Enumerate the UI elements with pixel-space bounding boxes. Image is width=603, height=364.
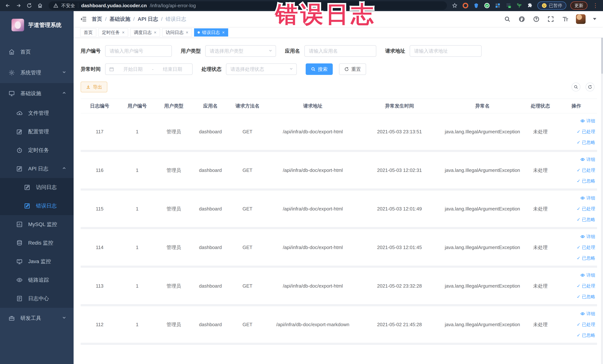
action-ignored[interactable]: ✓已忽略: [577, 255, 595, 261]
github-icon[interactable]: [518, 15, 525, 23]
extension-shield-icon[interactable]: [473, 2, 480, 9]
action-processed[interactable]: ✓已处理: [577, 167, 595, 173]
action-detail[interactable]: 详细: [580, 156, 595, 163]
app-logo[interactable]: 芋道管理系统: [0, 11, 74, 39]
profile-paused-badge[interactable]: 已暂停: [537, 1, 566, 10]
export-label: 导出: [93, 84, 102, 90]
reset-button[interactable]: 重置: [339, 63, 366, 75]
action-ignored[interactable]: ✓已忽略: [577, 178, 595, 184]
process-status-select[interactable]: [226, 63, 297, 75]
check-icon: ✓: [577, 140, 580, 145]
sidebar-item-config-manage[interactable]: 配置管理: [0, 122, 74, 141]
chevron-up-icon: [62, 91, 67, 97]
filter-user-type: 用户类型: [181, 45, 276, 57]
action-processed[interactable]: ✓已处理: [577, 206, 595, 212]
home-icon[interactable]: [36, 1, 44, 10]
action-processed[interactable]: ✓已处理: [577, 244, 595, 250]
action-detail[interactable]: 详细: [580, 272, 595, 278]
action-label: 已忽略: [582, 255, 595, 261]
user-type-select[interactable]: [205, 45, 276, 57]
action-detail[interactable]: 详细: [580, 311, 595, 317]
action-processed[interactable]: ✓已处理: [577, 283, 595, 289]
security-label: 不安全: [61, 3, 75, 9]
filter-row-1: 用户编号 用户类型 应用名 请求: [81, 45, 597, 57]
row-divider: [81, 188, 597, 190]
sidebar-item-infra[interactable]: 基础设施: [0, 83, 74, 104]
breadcrumb-item[interactable]: API 日志: [138, 16, 158, 23]
app-name-input[interactable]: [304, 45, 376, 57]
sidebar-item-log-center[interactable]: 日志中心: [0, 289, 74, 308]
search-icon[interactable]: [504, 15, 511, 23]
close-icon[interactable]: ×: [122, 30, 125, 35]
cell-user-id: 1: [119, 229, 156, 266]
action-ignored[interactable]: ✓已忽略: [577, 332, 595, 338]
sidebar-item-access-log[interactable]: 访问日志: [0, 178, 74, 197]
action-detail[interactable]: 详细: [580, 118, 595, 124]
reload-icon[interactable]: [25, 1, 33, 10]
action-detail[interactable]: 详细: [580, 195, 595, 201]
sidebar-item-error-log[interactable]: 错误日志: [0, 197, 74, 215]
font-size-icon[interactable]: [561, 15, 569, 23]
address-bar[interactable]: 不安全 dashboard.yudao.iocoder.cn/infra/log…: [48, 1, 447, 10]
extensions-puzzle-icon[interactable]: [527, 2, 533, 9]
extension-orange-icon[interactable]: [462, 2, 469, 9]
sidebar-item-file-manage[interactable]: 文件管理: [0, 104, 74, 122]
sidebar-item-redis-monitor[interactable]: Redis 监控: [0, 234, 74, 252]
check-icon: ✓: [577, 256, 580, 261]
tab-schedule-log[interactable]: 调度日志 ×: [130, 28, 160, 36]
chevron-down-icon[interactable]: [593, 18, 596, 20]
tab-cron-job[interactable]: 定时任务 ×: [98, 28, 128, 36]
request-url-input[interactable]: [410, 45, 482, 57]
cell-request-url: /api/infra/db-doc/export-html: [266, 190, 359, 227]
sidebar-item-api-log[interactable]: API 日志: [0, 159, 74, 178]
search-button[interactable]: 搜索: [306, 63, 333, 75]
fullscreen-icon[interactable]: [547, 15, 555, 23]
sidebar-item-home[interactable]: 首页: [0, 42, 74, 62]
breadcrumb-item[interactable]: 首页: [92, 16, 102, 23]
user-id-input[interactable]: [105, 45, 172, 57]
sidebar-item-mysql-monitor[interactable]: MySQL 监控: [0, 215, 74, 234]
sidebar-item-dev-tools[interactable]: 研发工具: [0, 308, 74, 329]
action-ignored[interactable]: ✓已忽略: [577, 294, 595, 300]
bookmark-star-icon[interactable]: [451, 2, 458, 9]
breadcrumb-separator: /: [133, 16, 135, 22]
forward-icon[interactable]: [14, 1, 23, 10]
cell-status: 未处理: [525, 152, 555, 188]
close-icon[interactable]: ×: [154, 30, 156, 35]
cell-method: GET: [229, 268, 266, 304]
tab-error-log[interactable]: 错误日志 ×: [194, 28, 228, 36]
sidebar-item-cron-job[interactable]: 定时任务: [0, 141, 74, 159]
refresh-button[interactable]: [586, 82, 594, 91]
extension-on-badge-icon[interactable]: on: [505, 2, 512, 9]
breadcrumb-item[interactable]: 基础设施: [110, 16, 130, 23]
action-processed[interactable]: ✓已处理: [577, 322, 595, 328]
action-detail[interactable]: 详细: [580, 234, 595, 240]
sidebar-item-java-monitor[interactable]: Java 监控: [0, 252, 74, 271]
extension-green-circle-icon[interactable]: [484, 2, 490, 9]
extension-grid-icon[interactable]: [494, 2, 501, 9]
export-button[interactable]: 导出: [81, 82, 107, 92]
extension-sprout-icon[interactable]: [516, 2, 522, 9]
action-processed[interactable]: ✓已处理: [577, 129, 595, 135]
back-icon[interactable]: [4, 1, 12, 10]
action-ignored[interactable]: ✓已忽略: [577, 217, 595, 223]
close-icon[interactable]: ×: [222, 30, 225, 35]
sidebar-item-trace[interactable]: 链路追踪: [0, 271, 74, 289]
sidebar-item-label: 系统管理: [20, 69, 41, 76]
date-range-picker[interactable]: 开始日期 - 结束日期: [105, 63, 193, 75]
url-host: dashboard.yudao.iocoder.cn: [81, 3, 147, 9]
toggle-search-button[interactable]: [571, 82, 580, 91]
cell-status: 未处理: [525, 229, 555, 266]
close-icon[interactable]: ×: [186, 30, 188, 35]
sidebar-item-system[interactable]: 系统管理: [0, 62, 74, 83]
avatar[interactable]: [576, 14, 586, 24]
sidebar-fold-icon[interactable]: [79, 15, 88, 23]
browser-menu-icon[interactable]: ⋮: [591, 3, 599, 8]
browser-update-button[interactable]: 更新: [570, 1, 587, 10]
cell-user-id: 1: [119, 152, 156, 188]
action-ignored[interactable]: ✓已忽略: [577, 140, 595, 145]
tab-access-log[interactable]: 访问日志 ×: [162, 28, 192, 36]
tab-home[interactable]: 首页: [80, 28, 96, 36]
help-icon[interactable]: [533, 15, 540, 23]
page-scrollbar[interactable]: [601, 22, 603, 364]
